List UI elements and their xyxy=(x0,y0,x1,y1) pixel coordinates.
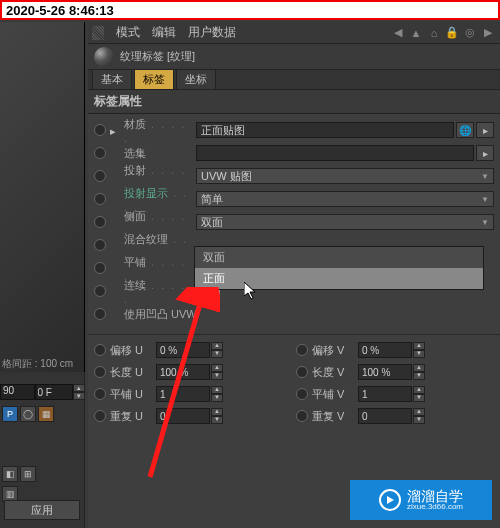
nav-up-icon[interactable]: ▲ xyxy=(408,25,424,41)
radio-repeat-v[interactable] xyxy=(296,410,308,422)
p-icon-button[interactable]: P xyxy=(2,406,18,422)
label-continuous: 连续 . . . . . xyxy=(124,278,196,305)
label-usebump: 使用凹凸 UVW xyxy=(124,307,197,322)
row-selection: 选集 ▸ xyxy=(94,142,494,164)
radio-projection[interactable] xyxy=(94,170,106,182)
nav-back-icon[interactable]: ◀ xyxy=(390,25,406,41)
input-length-v[interactable] xyxy=(358,364,412,380)
menu-userdata[interactable]: 用户数据 xyxy=(182,24,242,41)
radio-blend[interactable] xyxy=(94,239,106,251)
input-tile-u[interactable] xyxy=(156,386,210,402)
input-tile-v[interactable] xyxy=(358,386,412,402)
label-tile-v: 平铺 V xyxy=(312,387,358,402)
tag-header: 纹理标签 [纹理] xyxy=(88,44,500,70)
input-repeat-v[interactable] xyxy=(358,408,412,424)
grip-icon[interactable] xyxy=(92,26,104,40)
timestamp-text: 2020-5-26 8:46:13 xyxy=(6,3,114,18)
film-icon-button[interactable]: ▦ xyxy=(38,406,54,422)
spin-up-icon[interactable]: ▲ xyxy=(211,342,223,350)
label-repeat-u: 重复 U xyxy=(110,409,156,424)
target-icon[interactable]: ◎ xyxy=(462,25,478,41)
dropdown-side[interactable]: 双面▼ xyxy=(196,214,494,230)
row-side: 侧面 . . . . . 双面▼ xyxy=(94,211,494,233)
input-offset-u[interactable] xyxy=(156,342,210,358)
radio-tile[interactable] xyxy=(94,262,106,274)
input-offset-v[interactable] xyxy=(358,342,412,358)
nav-fwd-icon[interactable]: ▶ xyxy=(480,25,496,41)
left-panel: 格间距 : 100 cm 90 ▲ ▼ P ◯ ▦ ◧ ⊞ ▥ xyxy=(0,22,85,528)
section-header: 标签属性 xyxy=(88,90,500,114)
uv-grid: 偏移 U ▲▼ 偏移 V ▲▼ 长度 U ▲▼ xyxy=(88,334,500,431)
radio-offset-v[interactable] xyxy=(296,344,308,356)
nav-home-icon[interactable]: ⌂ xyxy=(426,25,442,41)
radio-material[interactable] xyxy=(94,124,106,136)
bottom-left-controls: 90 ▲ ▼ P ◯ ▦ ◧ ⊞ ▥ xyxy=(0,380,85,504)
label-tile-u: 平铺 U xyxy=(110,387,156,402)
radio-side[interactable] xyxy=(94,216,106,228)
props-body: ▸ 材质 . . . . . 🌐 ▸ 选集 ▸ xyxy=(88,114,500,330)
radio-tile-v[interactable] xyxy=(296,388,308,400)
label-offset-u: 偏移 U xyxy=(110,343,156,358)
radio-length-v[interactable] xyxy=(296,366,308,378)
spin-up[interactable]: ▲ xyxy=(73,384,85,392)
grid-spacing-label: 格间距 : 100 cm xyxy=(2,357,73,371)
material-preview-icon[interactable]: 🌐 xyxy=(456,122,474,138)
label-selection: 选集 xyxy=(124,146,196,161)
row-usebump: 使用凹凸 UVW xyxy=(94,303,494,325)
input-selection[interactable] xyxy=(196,145,474,161)
play-icon xyxy=(379,489,401,511)
watermark-brand: 溜溜自学 xyxy=(407,489,463,503)
input-material[interactable] xyxy=(196,122,454,138)
input-length-u[interactable] xyxy=(156,364,210,380)
radio-projdisplay[interactable] xyxy=(94,193,106,205)
top-toolbar: 模式 编辑 用户数据 ◀ ▲ ⌂ 🔒 ◎ ▶ xyxy=(88,22,500,44)
spin-down[interactable]: ▼ xyxy=(73,392,85,400)
label-repeat-v: 重复 V xyxy=(312,409,358,424)
menu-mode[interactable]: 模式 xyxy=(110,24,146,41)
radio-repeat-u[interactable] xyxy=(94,410,106,422)
tab-coord[interactable]: 坐标 xyxy=(176,69,216,89)
tabs-row: 基本 标签 坐标 xyxy=(88,70,500,90)
viewport-sliver[interactable] xyxy=(0,22,85,372)
watermark-url: zixue.3d66.com xyxy=(407,503,463,511)
radio-length-u[interactable] xyxy=(94,366,106,378)
apply-button[interactable]: 应用 xyxy=(4,500,80,520)
label-length-u: 长度 U xyxy=(110,365,156,380)
dropdown-projdisplay[interactable]: 简单▼ xyxy=(196,191,494,207)
circle-icon-button[interactable]: ◯ xyxy=(20,406,36,422)
lock-icon[interactable]: 🔒 xyxy=(444,25,460,41)
radio-tile-u[interactable] xyxy=(94,388,106,400)
selection-picker-icon[interactable]: ▸ xyxy=(476,145,494,161)
spin-down-icon[interactable]: ▼ xyxy=(211,350,223,358)
radio-selection[interactable] xyxy=(94,147,106,159)
radio-offset-u[interactable] xyxy=(94,344,106,356)
dropdown-option-both[interactable]: 双面 xyxy=(195,247,483,268)
label-offset-v: 偏移 V xyxy=(312,343,358,358)
tool-icon-2[interactable]: ⊞ xyxy=(20,466,36,482)
radio-continuous[interactable] xyxy=(94,285,106,297)
tool-icon-1[interactable]: ◧ xyxy=(2,466,18,482)
header-title: 纹理标签 [纹理] xyxy=(120,49,195,64)
dropdown-option-front[interactable]: 正面 xyxy=(195,268,483,289)
input-repeat-u[interactable] xyxy=(156,408,210,424)
tab-basic[interactable]: 基本 xyxy=(92,69,132,89)
temperature-field[interactable] xyxy=(35,384,73,400)
row-material: ▸ 材质 . . . . . 🌐 ▸ xyxy=(94,119,494,141)
side-dropdown-popup: 双面 正面 xyxy=(194,246,484,290)
frame-field[interactable]: 90 xyxy=(0,384,35,400)
material-sphere-icon xyxy=(94,47,114,67)
tab-tag[interactable]: 标签 xyxy=(134,69,174,89)
menu-edit[interactable]: 编辑 xyxy=(146,24,182,41)
link-icon: ▸ xyxy=(110,125,120,135)
content-area: 格间距 : 100 cm 90 ▲ ▼ P ◯ ▦ ◧ ⊞ ▥ xyxy=(0,22,500,528)
label-length-v: 长度 V xyxy=(312,365,358,380)
watermark: 溜溜自学 zixue.3d66.com xyxy=(350,480,492,520)
material-picker-icon[interactable]: ▸ xyxy=(476,122,494,138)
radio-usebump[interactable] xyxy=(94,308,106,320)
timestamp-bar: 2020-5-26 8:46:13 xyxy=(0,0,500,20)
dropdown-projection[interactable]: UVW 贴图▼ xyxy=(196,168,494,184)
row-projection: 投射 . . . . . UVW 贴图▼ xyxy=(94,165,494,187)
row-projdisplay: 投射显示 . . . . 简单▼ xyxy=(94,188,494,210)
label-material: 材质 . . . . . xyxy=(124,117,196,144)
